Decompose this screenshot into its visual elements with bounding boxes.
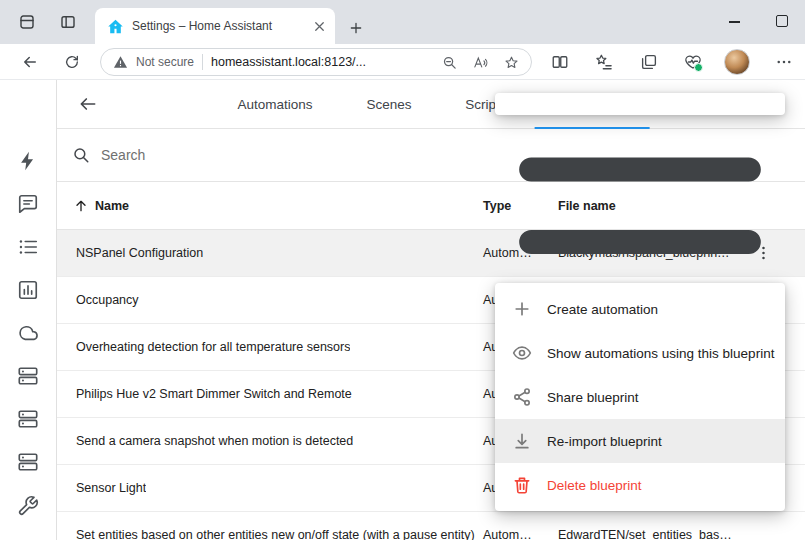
row-name: Send a camera snapshot when motion is de… [76, 434, 353, 448]
browser-tab[interactable]: Settings – Home Assistant [95, 8, 335, 44]
row-name: Overheating detection for all temperatur… [76, 340, 350, 354]
eye-icon [512, 343, 532, 363]
ha-back-icon[interactable] [78, 94, 98, 114]
sidebar-cloud-icon[interactable] [17, 322, 39, 344]
tab-actions-icon[interactable] [59, 13, 77, 31]
sort-arrow-up-icon[interactable] [73, 198, 89, 214]
download-icon [512, 431, 532, 451]
workspaces-icon[interactable] [18, 13, 36, 31]
sidebar-logbook-icon[interactable] [17, 236, 39, 258]
zoom-icon[interactable] [442, 55, 457, 70]
row-name: Philips Hue v2 Smart Dimmer Switch and R… [76, 387, 352, 401]
essentials-status-badge [694, 63, 703, 72]
profile-avatar[interactable] [724, 49, 750, 75]
row-name: Sensor Light [76, 481, 146, 495]
tab-automations[interactable]: Automations [213, 80, 336, 129]
menu-item-label: Show automations using this blueprint [547, 346, 774, 361]
omnibox-divider [202, 54, 203, 70]
split-screen-icon[interactable] [551, 53, 569, 71]
collections-icon[interactable] [640, 53, 658, 71]
not-secure-warning-icon[interactable] [113, 55, 128, 70]
share-icon [512, 387, 532, 407]
menu-item-label: Create automation [547, 302, 658, 317]
more-menu-icon[interactable] [775, 53, 793, 71]
menu-item-label: Share blueprint [547, 390, 639, 405]
column-header-name[interactable]: Name [95, 199, 129, 213]
menu-item-label: Delete blueprint [547, 478, 642, 493]
ha-sidebar [0, 80, 57, 540]
sidebar-assist-icon[interactable] [17, 193, 39, 215]
context-menu: Create automation Show automations using… [495, 283, 785, 511]
menu-item-reimport-blueprint[interactable]: Re-import blueprint [495, 419, 785, 463]
url-text[interactable]: homeassistant.local:8123/... [211, 55, 426, 69]
sidebar-menu-icon[interactable] [495, 93, 785, 115]
sidebar-energy-icon[interactable] [17, 150, 39, 172]
menu-item-delete-blueprint[interactable]: Delete blueprint [495, 463, 785, 507]
security-label: Not secure [136, 55, 194, 69]
sidebar-server-icon[interactable] [17, 408, 39, 430]
browser-addressbar: Not secure homeassistant.local:8123/... [0, 44, 805, 80]
sidebar-server-icon[interactable] [17, 365, 39, 387]
tab-close-icon[interactable] [312, 19, 327, 34]
search-input[interactable] [101, 147, 421, 163]
plus-icon [512, 299, 532, 319]
tab-title: Settings – Home Assistant [132, 19, 304, 33]
row-name: Set entities based on other entities new… [76, 528, 475, 540]
home-assistant-favicon [107, 18, 124, 35]
browser-titlebar: Settings – Home Assistant [0, 0, 805, 44]
table-row[interactable]: Set entities based on other entities new… [57, 512, 805, 540]
search-icon [72, 146, 90, 164]
row-type: Autom… [483, 528, 532, 540]
sidebar-tools-icon[interactable] [17, 495, 39, 517]
menu-item-share-blueprint[interactable]: Share blueprint [495, 375, 785, 419]
read-aloud-icon[interactable] [473, 55, 488, 70]
refresh-icon[interactable] [64, 54, 80, 70]
menu-item-show-automations[interactable]: Show automations using this blueprint [495, 331, 785, 375]
tab-scenes[interactable]: Scenes [342, 80, 435, 129]
sidebar-server-icon[interactable] [17, 451, 39, 473]
minimize-button[interactable] [729, 21, 740, 23]
browser-window: Settings – Home Assistant Not secure hom… [0, 0, 805, 540]
back-icon[interactable] [21, 53, 39, 71]
row-file-name: EdwardTEN/set_entities_bas… [558, 528, 732, 540]
menu-item-create-automation[interactable]: Create automation [495, 287, 785, 331]
trash-icon [512, 475, 532, 495]
row-name: NSPanel Configuration [76, 246, 203, 260]
menu-item-label: Re-import blueprint [547, 434, 662, 449]
favorites-hub-icon[interactable] [595, 53, 613, 71]
sidebar-history-icon[interactable] [17, 279, 39, 301]
maximize-button[interactable] [776, 15, 788, 27]
row-name: Occupancy [76, 293, 139, 307]
address-bar[interactable]: Not secure homeassistant.local:8123/... [100, 48, 532, 76]
new-tab-icon[interactable] [349, 21, 363, 35]
home-assistant-page: Automations Scenes Scripts Blueprints ? … [0, 80, 805, 540]
favorite-star-icon[interactable] [504, 55, 519, 70]
